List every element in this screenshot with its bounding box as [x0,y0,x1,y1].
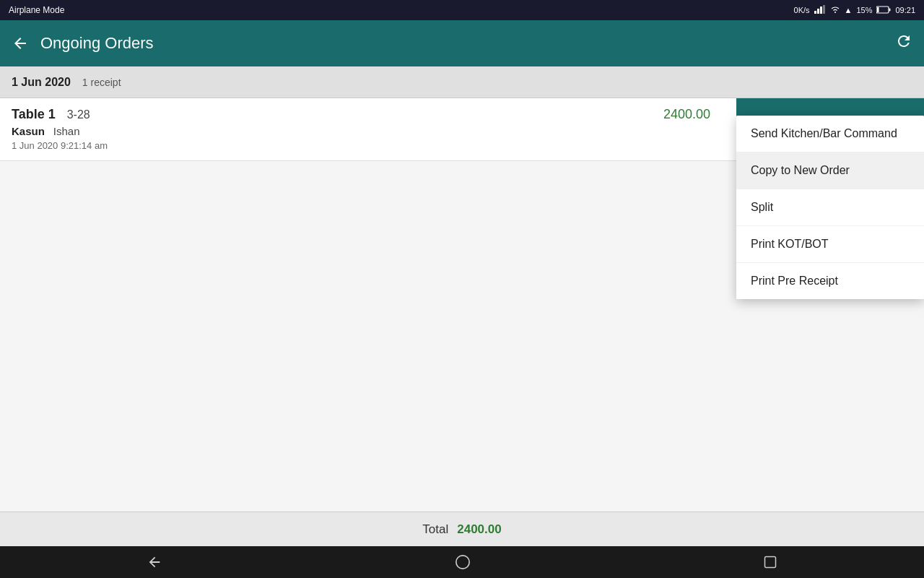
wifi-icon [830,6,840,14]
signal-icon [814,5,826,15]
status-bar: Airplane Mode 0K/s ▲ 15% [0,0,924,20]
time-display: 09:21 [895,6,915,14]
battery-percent: 15% [856,6,872,14]
menu-item-copy-new-order[interactable]: Copy to New Order [736,152,924,189]
menu-item-send-kitchen[interactable]: Send Kitchen/Bar Command [736,116,924,152]
receipt-count: 1 receipt [82,77,121,88]
svg-rect-0 [814,11,816,14]
total-label: Total [422,522,448,537]
menu-item-print-pre-receipt[interactable]: Print Pre Receipt [736,263,924,299]
date-header: 1 Jun 2020 1 receipt [0,66,924,98]
svg-rect-11 [765,557,776,568]
status-bar-right: 0K/s ▲ 15% 09:21 [794,5,915,15]
svg-rect-2 [820,7,822,14]
nav-recents-button[interactable] [763,555,777,569]
back-button[interactable] [12,35,29,52]
svg-point-10 [456,556,469,569]
menu-item-print-kot[interactable]: Print KOT/BOT [736,226,924,263]
network-speed: 0K/s [794,6,810,14]
page-title: Ongoing Orders [40,34,884,53]
app-bar: Ongoing Orders [0,20,924,66]
order-server: Ishan [53,125,80,137]
nav-home-button[interactable] [455,554,471,570]
total-bar: Total 2400.00 [0,512,924,546]
airplane-mode-label: Airplane Mode [9,5,64,15]
nav-back-button[interactable] [147,554,162,570]
battery-icon [876,6,891,15]
order-waiter: Kasun [12,125,45,137]
order-table: Table 1 [12,107,56,122]
nav-bar [0,546,924,578]
upload-icon: ▲ [845,6,853,14]
total-amount: 2400.00 [457,522,501,537]
svg-rect-3 [823,5,825,14]
svg-rect-6 [877,7,879,12]
refresh-button[interactable] [895,33,912,54]
status-bar-left: Airplane Mode [9,5,64,15]
dropdown-menu: Send Kitchen/Bar Command Copy to New Ord… [736,116,924,299]
svg-rect-5 [889,8,891,11]
svg-rect-1 [817,9,819,14]
date-label: 1 Jun 2020 [12,76,71,89]
menu-item-split[interactable]: Split [736,189,924,226]
order-amount: 2400.00 [663,107,710,122]
order-code: 3-28 [67,108,90,121]
